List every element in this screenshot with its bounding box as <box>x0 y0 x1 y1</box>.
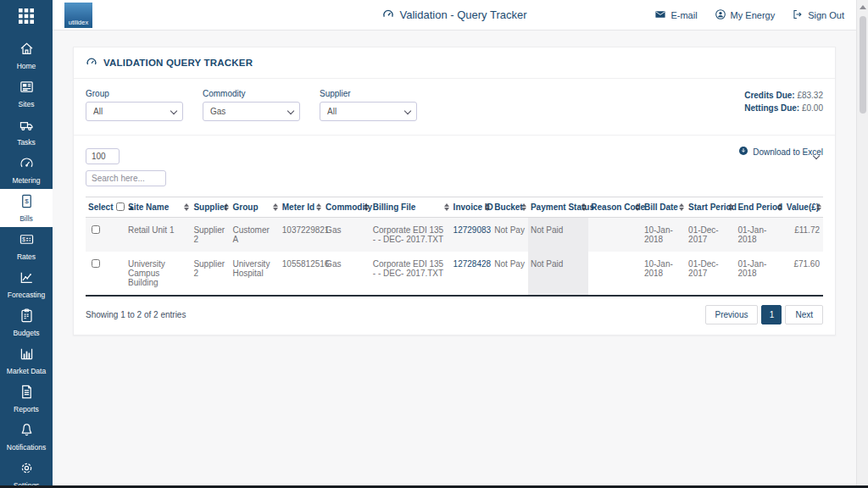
sign-out-icon <box>792 8 804 22</box>
nettings-due-value: £0.00 <box>802 103 823 113</box>
email-link[interactable]: E-mail <box>654 8 697 22</box>
sidebar-item-label: Reports <box>14 405 39 413</box>
filter-commodity: Commodity Gas <box>203 89 300 121</box>
truck-icon <box>19 117 35 136</box>
bar-chart-icon <box>19 346 35 365</box>
query-tracker-panel: VALIDATION QUERY TRACKER Group All Commo… <box>73 47 836 336</box>
column-meter-id[interactable]: Meter Id <box>280 197 323 218</box>
group-select[interactable]: All <box>86 102 183 121</box>
sidebar-item-label: Bills <box>19 214 33 223</box>
sign-out-link[interactable]: Sign Out <box>792 8 844 22</box>
sidebar-item-sites[interactable]: Sites <box>0 75 53 113</box>
invoice-link[interactable]: 12728428 <box>453 259 492 269</box>
sign-out-label: Sign Out <box>808 10 844 20</box>
sidebar: Home Sites Tasks Metering $ Bills $ Rate… <box>0 0 53 488</box>
page-title: Validation - Query Tracker <box>381 8 526 23</box>
sidebar-item-label: Metering <box>12 176 40 185</box>
rates-icon: $ <box>19 231 35 251</box>
vertical-scrollbar[interactable] <box>856 0 868 488</box>
value-cell: £11.72 <box>784 218 823 252</box>
site-name-cell: Retail Unit 1 <box>125 218 191 252</box>
sidebar-item-home[interactable]: Home <box>0 36 53 75</box>
column-reason-code[interactable]: Reason Code <box>588 197 642 218</box>
column-payment-status[interactable]: Payment Status <box>528 197 588 218</box>
value-cell: £71.60 <box>784 252 823 296</box>
top-header: utilidex Validation - Query Tracker E-ma… <box>53 0 856 30</box>
clipboard-icon <box>19 308 35 327</box>
previous-page-button[interactable]: Previous <box>705 305 759 324</box>
site-name-cell: University Campus Building <box>125 252 191 296</box>
svg-text:$: $ <box>21 236 25 243</box>
column-bill-date[interactable]: Bill Date <box>642 197 686 218</box>
my-energy-link[interactable]: My Energy <box>715 8 776 22</box>
sidebar-item-label: Tasks <box>17 138 36 147</box>
sidebar-item-label: Sites <box>19 100 35 108</box>
meter-id-cell: 1037229821 <box>280 218 323 252</box>
home-icon <box>19 41 35 60</box>
commodity-cell: Gas <box>323 252 370 296</box>
column-site-name[interactable]: Site Name <box>125 197 191 218</box>
sidebar-item-reports[interactable]: Reports <box>0 380 53 418</box>
gear-icon <box>19 460 35 480</box>
sidebar-item-budgets[interactable]: Budgets <box>0 303 53 341</box>
current-page-button[interactable]: 1 <box>761 305 782 324</box>
sidebar-item-notifications[interactable]: Notifications <box>0 418 53 456</box>
column-start-period[interactable]: Start Period <box>686 197 735 218</box>
filter-group: Group All <box>86 89 183 121</box>
sidebar-item-rates[interactable]: $ Rates <box>0 227 53 265</box>
end-period-cell: 01-Jan-2018 <box>735 218 783 252</box>
column-billing-file[interactable]: Billing File <box>370 197 451 218</box>
filter-bar: Group All Commodity Gas Supplier All Cre… <box>74 79 835 136</box>
sort-icon <box>816 203 821 211</box>
invoice-link[interactable]: 12729083 <box>453 225 492 235</box>
column-group[interactable]: Group <box>231 197 280 218</box>
sort-icon <box>224 203 229 211</box>
panel-header: VALIDATION QUERY TRACKER <box>74 47 835 79</box>
sidebar-item-market-data[interactable]: Market Data <box>0 341 53 380</box>
entries-info: Showing 1 to 2 of 2 entries <box>86 310 186 319</box>
sidebar-item-metering[interactable]: Metering <box>0 151 53 189</box>
filter-commodity-label: Commodity <box>203 89 300 98</box>
column-bucket[interactable]: Bucket <box>492 197 528 218</box>
apps-grid-icon[interactable] <box>18 8 35 28</box>
column-supplier[interactable]: Supplier <box>191 197 230 218</box>
sort-icon <box>635 203 640 211</box>
page-title-text: Validation - Query Tracker <box>399 8 526 21</box>
pagination: Previous 1 Next <box>705 305 823 324</box>
query-table: Select Site Name Supplier Group Meter Id… <box>86 197 823 297</box>
column-invoice-id[interactable]: Invoice ID <box>451 197 492 218</box>
table-controls: 100 Download to Excel <box>74 136 835 193</box>
billing-file-cell: Corporate EDI 135 - - DEC- 2017.TXT <box>370 252 451 296</box>
next-page-button[interactable]: Next <box>785 305 823 324</box>
main-content: VALIDATION QUERY TRACKER Group All Commo… <box>53 30 856 485</box>
filter-supplier: Supplier All <box>320 89 417 121</box>
supplier-select[interactable]: All <box>320 102 417 121</box>
sort-icon <box>485 203 490 211</box>
email-icon <box>654 8 666 22</box>
column-commodity[interactable]: Commodity <box>323 197 370 218</box>
sidebar-item-bills[interactable]: $ Bills <box>0 189 53 227</box>
row-select-cell <box>86 218 125 252</box>
row-checkbox[interactable] <box>92 225 100 234</box>
sidebar-item-label: Home <box>17 62 36 70</box>
commodity-select[interactable]: Gas <box>203 102 300 121</box>
row-checkbox[interactable] <box>92 259 100 268</box>
sidebar-item-label: Notifications <box>7 443 46 452</box>
sidebar-item-tasks[interactable]: Tasks <box>0 113 53 151</box>
select-all-checkbox[interactable] <box>116 202 125 211</box>
download-to-excel-link[interactable]: Download to Excel <box>738 146 823 158</box>
sidebar-item-forecasting[interactable]: Forecasting <box>0 265 53 303</box>
column-select[interactable]: Select <box>86 197 125 218</box>
sort-icon <box>184 203 189 211</box>
column-value[interactable]: Value(£) <box>784 197 823 218</box>
scroll-up-arrow-icon[interactable] <box>860 5 866 9</box>
credits-due-label: Credits Due: <box>744 91 794 100</box>
column-end-period[interactable]: End Period <box>735 197 783 218</box>
sidebar-item-settings[interactable]: Settings <box>0 456 53 488</box>
scrollbar-thumb[interactable] <box>860 16 866 114</box>
sort-icon <box>316 203 321 211</box>
search-input[interactable] <box>86 170 166 186</box>
page-size-select[interactable]: 100 <box>86 148 120 164</box>
utilidex-brand-logo[interactable]: utilidex <box>64 3 92 28</box>
bill-date-cell: 10-Jan-2018 <box>642 252 686 296</box>
